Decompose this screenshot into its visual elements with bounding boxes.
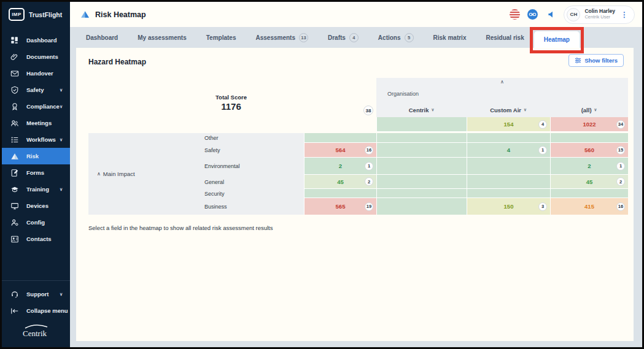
cell-value: 4 (507, 147, 510, 153)
total-cell--all-[interactable]: 102234 (550, 117, 628, 132)
people-icon (10, 118, 19, 128)
sidebar-item-risk[interactable]: Risk (2, 148, 70, 164)
hazard-heatmap: Total Score 1176 38 ∧ Organisation Centr… (88, 78, 628, 215)
heatmap-row-security: Security (88, 189, 628, 198)
cell-security-custom-air[interactable] (467, 189, 550, 198)
chevron-down-icon: ∨ (60, 292, 63, 297)
sidebar-item-safety[interactable]: Safety∨ (2, 82, 70, 98)
user-role: Centrik User (584, 15, 615, 20)
sidebar-item-support[interactable]: Support∨ (2, 286, 70, 302)
tab-actions[interactable]: Actions5 (368, 27, 424, 48)
cell-business-custom-air[interactable]: 1503 (467, 198, 550, 215)
link-icon[interactable] (527, 9, 538, 20)
cell-value: 560 (584, 147, 594, 153)
cell-security-centrik[interactable] (376, 189, 467, 198)
cell-value: 150 (504, 203, 514, 210)
app-window: IMP TrustFlight DashboardDocumentsHandov… (0, 0, 644, 349)
sidebar-nav: DashboardDocumentsHandoverSafety∨Complia… (2, 32, 70, 247)
cell-business-centrik[interactable] (376, 198, 467, 215)
cell-security--all-[interactable] (550, 189, 628, 198)
sidebar-item-label: Safety (26, 86, 44, 93)
chevron-down-icon: ∨ (60, 88, 63, 93)
total-cell-custom-air[interactable]: 1544 (467, 117, 550, 132)
row-total-cell-general[interactable]: 452 (304, 175, 376, 189)
tab-templates[interactable]: Templates (196, 27, 246, 48)
cell-other--all-[interactable] (550, 133, 628, 143)
column-header-label: Centrik (409, 107, 429, 113)
cell-environmental--all-[interactable]: 21 (550, 158, 628, 175)
row-total-cell-business[interactable]: 56519 (304, 198, 376, 215)
app-logo[interactable]: IMP TrustFlight (2, 2, 70, 27)
sidebar-item-config[interactable]: Config (2, 214, 70, 231)
row-total-cell-other[interactable] (304, 133, 376, 143)
tab-label: Dashboard (86, 34, 118, 41)
column-header-label: (all) (581, 107, 592, 113)
sidebar-item-compliance[interactable]: Compliance∨ (2, 98, 70, 115)
cell-safety-custom-air[interactable]: 41 (467, 143, 550, 158)
tab-residual-risk[interactable]: Residual risk (476, 27, 533, 48)
column-header-centrik[interactable]: Centrik∨ (376, 102, 467, 117)
heatmap-row-general: General452452 (88, 175, 628, 189)
sidebar-footer: Support∨Collapse menu Centrik (2, 280, 70, 347)
envelope-icon (10, 69, 19, 78)
cell-general-centrik[interactable] (376, 175, 467, 189)
organisation-columns: Centrik∨Custom Air∨(all)∨ (376, 102, 628, 117)
cell-safety--all-[interactable]: 56015 (550, 143, 628, 158)
row-total-cell-safety[interactable]: 56416 (304, 143, 376, 158)
sidebar-item-collapse-menu[interactable]: Collapse menu (2, 302, 70, 319)
sidebar-item-devices[interactable]: Devices (2, 198, 70, 214)
filter-sliders-icon (575, 57, 581, 64)
kebab-menu-icon[interactable]: ⋮ (619, 10, 629, 19)
row-total-cell-security[interactable] (304, 189, 376, 198)
topbar-actions: CH Colin Harley Centrik User ⋮ (510, 6, 635, 24)
sidebar-item-forms[interactable]: Forms (2, 164, 70, 181)
cell-environmental-centrik[interactable] (376, 158, 467, 175)
chevron-down-icon: ∨ (60, 104, 63, 109)
sidebar-item-label: Handover (26, 70, 53, 77)
sidebar-item-label: Workflows (26, 136, 56, 143)
sidebar-item-training[interactable]: Training∨ (2, 181, 70, 198)
column-header--all-[interactable]: (all)∨ (550, 102, 628, 117)
sidebar-item-handover[interactable]: Handover (2, 65, 70, 82)
tab-assessments[interactable]: Assessments13 (246, 27, 317, 48)
tab-dashboard[interactable]: Dashboard (76, 27, 128, 48)
show-filters-button[interactable]: Show filters (568, 54, 624, 67)
form-icon (10, 168, 19, 177)
risk-triangle-icon (10, 151, 19, 161)
user-menu[interactable]: CH Colin Harley Centrik User ⋮ (564, 6, 635, 24)
tab-label: Templates (206, 34, 236, 41)
organisation-header: ∧ Organisation Centrik∨Custom Air∨(all)∨ (376, 78, 628, 117)
announcements-icon[interactable] (545, 9, 556, 20)
cell-business--all-[interactable]: 41516 (550, 198, 628, 215)
workflow-icon (10, 135, 19, 144)
sidebar-item-label: Documents (26, 53, 58, 60)
cell-general--all-[interactable]: 452 (550, 175, 628, 189)
sidebar-item-workflows[interactable]: Workflows∨ (2, 131, 70, 148)
tab-label: Residual risk (486, 34, 524, 41)
main-impact-group[interactable]: ∧ Main Impact (97, 133, 135, 215)
paperclip-icon (10, 52, 19, 61)
cell-other-centrik[interactable] (376, 133, 467, 143)
total-cell-centrik[interactable] (376, 117, 467, 132)
cell-value: 564 (336, 147, 346, 153)
row-total-cell-environmental[interactable]: 21 (304, 158, 376, 175)
report-icon[interactable] (510, 9, 520, 20)
sidebar-item-dashboard[interactable]: Dashboard (2, 32, 70, 48)
collapse-columns-icon[interactable]: ∧ (376, 79, 628, 85)
heatmap-row-other: Other (88, 133, 628, 143)
cell-environmental-custom-air[interactable] (467, 158, 550, 175)
tab-strip: DashboardMy assessmentsTemplatesAssessme… (70, 27, 642, 48)
tab-my-assessments[interactable]: My assessments (128, 27, 196, 48)
sidebar-item-documents[interactable]: Documents (2, 48, 70, 65)
sidebar-item-contacts[interactable]: Contacts (2, 231, 70, 247)
cell-other-custom-air[interactable] (467, 133, 550, 143)
sidebar-item-meetings[interactable]: Meetings (2, 115, 70, 131)
column-header-custom-air[interactable]: Custom Air∨ (467, 102, 550, 117)
cell-general-custom-air[interactable] (467, 175, 550, 189)
cell-safety-centrik[interactable] (376, 143, 467, 158)
tab-label: Heatmap (544, 36, 570, 43)
cell-value: 2 (339, 163, 342, 169)
tab-drafts[interactable]: Drafts4 (318, 27, 368, 48)
tab-heatmap[interactable]: Heatmap (534, 31, 580, 48)
tab-risk-matrix[interactable]: Risk matrix (424, 27, 476, 48)
